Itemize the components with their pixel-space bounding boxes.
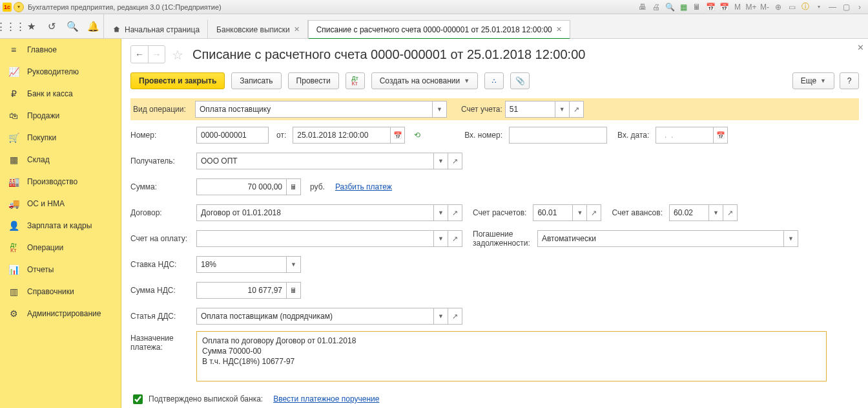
close-form-icon[interactable]: ✕ [857, 43, 864, 52]
open-icon[interactable]: ↗ [448, 230, 462, 247]
calc-green-icon[interactable]: ▦ [677, 3, 689, 12]
create-based-button[interactable]: Создать на основании▼ [371, 72, 478, 89]
star-icon[interactable]: ★ [21, 14, 41, 39]
sidebar-item-operations[interactable]: ДтКтОперации [0, 237, 121, 259]
sidebar-item-hr[interactable]: 👤Зарплата и кадры [0, 215, 121, 237]
refresh-number-icon[interactable]: ⟲ [414, 131, 420, 140]
dds-input[interactable] [196, 308, 434, 325]
history-icon[interactable]: ↺ [41, 14, 62, 39]
sum-input[interactable] [196, 178, 287, 195]
window-icon[interactable]: ▭ [786, 3, 798, 12]
sidebar-item-purchases[interactable]: 🛒Покупки [0, 127, 121, 149]
zoom-icon[interactable]: ⊕ [772, 3, 784, 12]
help-button[interactable]: ? [840, 72, 859, 89]
debt-input[interactable] [537, 230, 784, 247]
minimize-icon[interactable]: — [827, 3, 838, 12]
sidebar-item-assets[interactable]: 🚚ОС и НМА [0, 193, 121, 215]
debt-label: Погашение задолженности: [473, 230, 531, 248]
bell-icon[interactable]: 🔔 [83, 14, 103, 39]
open-icon[interactable]: ↗ [723, 204, 738, 221]
sidebar-item-reports[interactable]: 📊Отчеты [0, 259, 121, 281]
save-button[interactable]: Записать [231, 72, 281, 89]
sidebar-item-production[interactable]: 🏭Производство [0, 171, 121, 193]
post-button[interactable]: Провести [288, 72, 339, 89]
preview-icon[interactable]: 🔍 [664, 3, 676, 12]
dropdown-icon[interactable]: ▼ [434, 153, 448, 169]
back-button[interactable]: ← [131, 46, 148, 63]
purpose-textarea[interactable] [196, 331, 827, 381]
dropdown-icon[interactable]: ▼ [434, 204, 448, 221]
dropdown-icon[interactable]: ▼ [784, 230, 798, 247]
app-menu-dropdown[interactable]: ▾ [14, 2, 24, 12]
print-icon[interactable]: 🖶 [637, 3, 648, 12]
open-icon[interactable]: ↗ [570, 101, 584, 118]
in-number-input[interactable] [509, 127, 607, 144]
info-dd-icon[interactable]: ▾ [813, 4, 825, 10]
apps-icon[interactable]: ⋮⋮⋮ [0, 14, 21, 39]
more-button[interactable]: Еще▼ [792, 72, 834, 89]
sidebar-item-catalogs[interactable]: ▥Справочники [0, 281, 121, 303]
open-icon[interactable]: ↗ [587, 204, 601, 221]
payee-input[interactable] [196, 153, 434, 169]
calendar-icon[interactable]: 📅 [391, 127, 405, 144]
dropdown-icon[interactable]: ▼ [433, 101, 447, 118]
close-icon[interactable]: ✕ [294, 25, 300, 34]
sidebar-item-sales[interactable]: 🛍Продажи [0, 105, 121, 127]
sidebar-item-manager[interactable]: 📈Руководителю [0, 61, 121, 83]
confirmed-checkbox[interactable] [133, 394, 143, 404]
calculator-icon[interactable]: 🖩 [287, 178, 301, 195]
calendar-icon[interactable]: 📅 [705, 3, 716, 12]
m-minus-icon[interactable]: M- [759, 3, 770, 12]
maximize-icon[interactable]: ▢ [840, 3, 852, 12]
acc-raschet-input[interactable] [533, 204, 573, 221]
calendar-icon[interactable]: 📅 [714, 127, 728, 144]
tab-writeoff[interactable]: Списание с расчетного счета 0000-000001 … [308, 20, 570, 39]
structure-button[interactable]: ⛬ [484, 72, 504, 89]
calc-icon[interactable]: 🖩 [691, 3, 703, 12]
calculator-icon[interactable]: 🖩 [287, 282, 301, 299]
contract-input[interactable] [196, 204, 434, 221]
dropdown-icon[interactable]: ▼ [709, 204, 723, 221]
close-window-icon[interactable]: › [854, 3, 865, 12]
date-input[interactable] [293, 127, 391, 144]
open-icon[interactable]: ↗ [448, 308, 462, 325]
account-input[interactable] [505, 101, 555, 118]
acc-advance-input[interactable] [669, 204, 709, 221]
forward-button[interactable]: → [148, 46, 165, 63]
dropdown-icon[interactable]: ▼ [287, 256, 301, 273]
sidebar-item-warehouse[interactable]: ▦Склад [0, 149, 121, 171]
info-icon[interactable]: ⓘ [800, 1, 811, 12]
main-toolbar: ⋮⋮⋮ ★ ↺ 🔍 🔔 Начальная страница Банковски… [0, 14, 868, 39]
calendar31-icon[interactable]: 📅 [718, 3, 730, 12]
vat-sum-input[interactable] [196, 282, 287, 299]
dropdown-icon[interactable]: ▼ [434, 308, 448, 325]
sidebar-item-bank[interactable]: ₽Банк и касса [0, 83, 121, 105]
invoice-input[interactable] [196, 230, 434, 247]
sidebar-item-main[interactable]: ≡Главное [0, 39, 121, 61]
in-date-input[interactable] [656, 127, 714, 144]
operation-input[interactable] [195, 101, 433, 118]
m-plus-icon[interactable]: M+ [745, 3, 757, 12]
tab-bank-statements[interactable]: Банковские выписки ✕ [208, 19, 308, 39]
print2-icon[interactable]: 🖨 [650, 3, 662, 12]
open-icon[interactable]: ↗ [448, 153, 462, 169]
dropdown-icon[interactable]: ▼ [555, 101, 570, 118]
enter-payment-order-link[interactable]: Ввести платежное поручение [273, 394, 379, 403]
close-icon[interactable]: ✕ [556, 25, 562, 34]
vat-rate-input[interactable] [196, 256, 287, 273]
attach-button[interactable]: 📎 [510, 72, 530, 89]
sidebar-item-admin[interactable]: ⚙Администрирование [0, 303, 121, 325]
dropdown-icon[interactable]: ▼ [573, 204, 587, 221]
tab-home[interactable]: Начальная страница [104, 19, 208, 39]
search-icon[interactable]: 🔍 [62, 14, 83, 39]
split-payment-link[interactable]: Разбить платеж [335, 182, 392, 191]
open-icon[interactable]: ↗ [448, 204, 462, 221]
favorite-star-icon[interactable]: ☆ [172, 47, 186, 61]
acc-raschet-label: Счет расчетов: [473, 208, 526, 217]
post-and-close-button[interactable]: Провести и закрыть [130, 72, 225, 89]
m-icon[interactable]: M [732, 3, 743, 12]
show-postings-button[interactable]: ДтКт [346, 72, 365, 89]
dropdown-icon[interactable]: ▼ [434, 230, 448, 247]
titlebar-actions: 🖶 🖨 🔍 ▦ 🖩 📅 📅 M M+ M- ⊕ ▭ ⓘ ▾ — ▢ › [637, 1, 865, 12]
number-input[interactable] [196, 127, 269, 144]
